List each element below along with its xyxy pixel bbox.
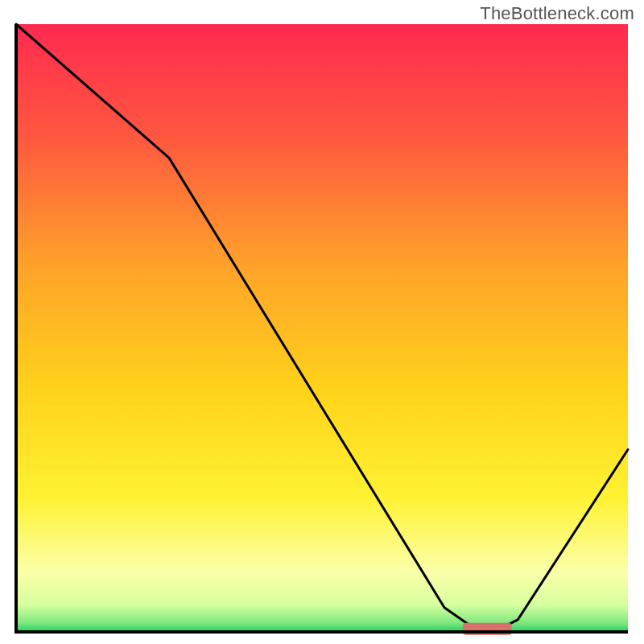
bottleneck-chart — [0, 0, 644, 644]
plot-background — [16, 24, 628, 632]
watermark-text: TheBottleneck.com — [480, 3, 634, 24]
